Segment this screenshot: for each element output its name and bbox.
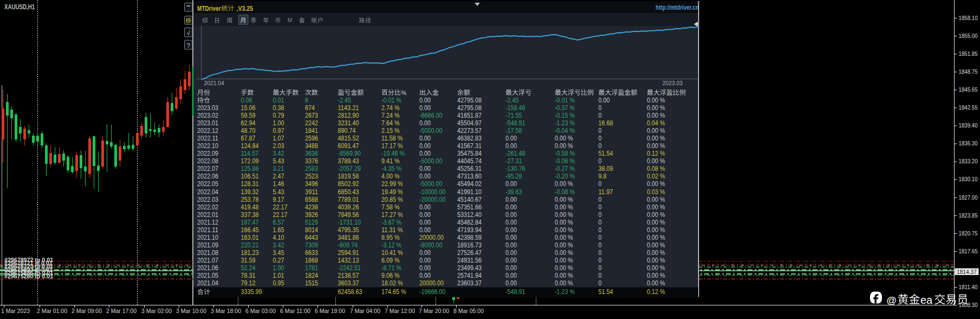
svg-text:0: 0 — [599, 279, 602, 287]
svg-text:0.00: 0.00 — [419, 257, 431, 264]
svg-text:7 Mar 20:00: 7 Mar 20:00 — [419, 308, 449, 314]
svg-text:-548.91: -548.91 — [505, 288, 525, 296]
svg-text:0.01: 0.01 — [273, 97, 284, 104]
svg-text:0.06: 0.06 — [241, 97, 252, 104]
svg-text:48.70: 48.70 — [241, 127, 256, 135]
svg-text:-5000.00: -5000.00 — [419, 180, 443, 188]
svg-text:2583: 2583 — [305, 165, 318, 173]
svg-text:2022.10: 2022.10 — [197, 142, 218, 150]
svg-text:3488: 3488 — [305, 142, 318, 150]
svg-text:0: 0 — [599, 104, 602, 112]
svg-text:42398.59: 42398.59 — [457, 234, 482, 241]
svg-text:0.00: 0.00 — [505, 196, 517, 203]
svg-text:http://mtdriver.cn: http://mtdriver.cn — [656, 4, 699, 11]
svg-text:-2242.51: -2242.51 — [338, 264, 361, 272]
svg-text:-6666.00: -6666.00 — [419, 112, 443, 119]
svg-text:7309: 7309 — [305, 241, 318, 249]
svg-text:#29675280 tp 0.01: #29675280 tp 0.01 — [4, 273, 54, 279]
svg-text:0: 0 — [599, 127, 602, 135]
svg-text:0.00 %: 0.00 % — [555, 272, 573, 279]
svg-text:-27.31: -27.31 — [505, 157, 522, 165]
svg-text:0.00: 0.00 — [419, 135, 431, 142]
svg-text:0: 0 — [599, 211, 602, 219]
svg-text:19.49 %: 19.49 % — [381, 188, 403, 196]
svg-text:337.38: 337.38 — [241, 211, 259, 219]
svg-text:2022.04: 2022.04 — [197, 188, 218, 196]
svg-text:-1.23 %: -1.23 % — [555, 288, 575, 296]
svg-text:-0.15 %: -0.15 % — [555, 112, 575, 119]
svg-text:0.00: 0.00 — [419, 173, 431, 180]
svg-text:-2.45: -2.45 — [338, 97, 352, 104]
svg-text:?: ? — [187, 42, 190, 49]
svg-text:0.00 %: 0.00 % — [647, 135, 665, 142]
svg-text:139.32: 139.32 — [241, 188, 259, 196]
svg-text:0.00 %: 0.00 % — [555, 257, 573, 264]
svg-text:0.00: 0.00 — [505, 234, 517, 241]
svg-text:2021.05: 2021.05 — [197, 272, 218, 279]
svg-text:1515: 1515 — [305, 279, 318, 287]
svg-text:38.09: 38.09 — [599, 165, 613, 173]
svg-text:9.8: 9.8 — [599, 173, 607, 180]
svg-text:18.02 %: 18.02 % — [381, 279, 403, 287]
svg-text:44045.74: 44045.74 — [457, 157, 482, 165]
svg-text:-609.74: -609.74 — [338, 241, 358, 249]
svg-text:0: 0 — [599, 226, 602, 234]
svg-text:1845.65: 1845.65 — [959, 86, 978, 93]
svg-text:5.43: 5.43 — [273, 157, 284, 165]
svg-text:-71.55: -71.55 — [505, 112, 522, 119]
svg-text:0.00 %: 0.00 % — [647, 157, 665, 165]
svg-text:6.57: 6.57 — [273, 219, 284, 226]
svg-text:1819.58: 1819.58 — [338, 173, 359, 180]
svg-text:0.04 %: 0.04 % — [647, 119, 665, 127]
svg-text:23603.37: 23603.37 — [457, 279, 482, 287]
svg-text:-548.91: -548.91 — [505, 119, 525, 127]
svg-text:1836.30: 1836.30 — [959, 140, 978, 146]
svg-text:1814.37: 1814.37 — [957, 269, 977, 275]
svg-text:0.08 %: 0.08 % — [647, 165, 665, 173]
svg-text:35475.84: 35475.84 — [457, 150, 482, 157]
svg-text:31.59: 31.59 — [241, 257, 256, 264]
svg-text:0: 0 — [599, 180, 602, 188]
svg-text:1781: 1781 — [305, 264, 318, 272]
svg-text:0.00: 0.00 — [419, 142, 431, 150]
svg-text:79.12: 79.12 — [241, 279, 256, 287]
svg-text:2022.09: 2022.09 — [197, 150, 218, 157]
svg-text:0.00: 0.00 — [505, 241, 517, 249]
svg-text:3911: 3911 — [305, 188, 318, 196]
svg-text:-5000.00: -5000.00 — [419, 127, 443, 135]
svg-text:0.00: 0.00 — [419, 211, 431, 219]
svg-text:45256.31: 45256.31 — [457, 165, 482, 173]
svg-text:-5000.00: -5000.00 — [419, 157, 443, 165]
svg-text:-8569.90: -8569.90 — [338, 150, 361, 157]
svg-text:62.94: 62.94 — [241, 119, 256, 127]
svg-text:2.74 %: 2.74 % — [381, 104, 400, 112]
svg-text:8 Mar 05:00: 8 Mar 05:00 — [453, 308, 484, 314]
svg-text:2021.11: 2021.11 — [197, 226, 218, 234]
svg-text:-4.35 %: -4.35 % — [381, 165, 401, 173]
svg-text:52.24: 52.24 — [241, 264, 256, 272]
svg-text:22.17: 22.17 — [273, 211, 288, 219]
svg-text:53312.40: 53312.40 — [457, 211, 482, 219]
svg-text:6 Mar 11:00: 6 Mar 11:00 — [280, 308, 310, 314]
svg-text:2 Mar 09:00: 2 Mar 09:00 — [72, 308, 102, 314]
svg-text:0.79: 0.79 — [273, 112, 284, 119]
svg-text:XAUUSD,H1: XAUUSD,H1 — [4, 3, 35, 11]
svg-text:3 Mar 18:00: 3 Mar 18:00 — [211, 308, 241, 314]
svg-text:6.09 %: 6.09 % — [381, 257, 400, 264]
svg-text:0.00: 0.00 — [505, 249, 517, 257]
svg-text:128.31: 128.31 — [241, 180, 259, 188]
svg-text:23499.43: 23499.43 — [457, 264, 482, 272]
svg-text:0.00: 0.00 — [419, 249, 431, 257]
svg-text:2 Mar 01:00: 2 Mar 01:00 — [37, 308, 67, 314]
svg-text:114.57: 114.57 — [241, 150, 259, 157]
svg-text:47193.94: 47193.94 — [457, 226, 482, 234]
svg-text:6091.47: 6091.47 — [338, 142, 359, 150]
svg-text:27526.47: 27526.47 — [457, 249, 482, 257]
svg-text:0.00: 0.00 — [505, 135, 517, 142]
svg-text:6 Mar 19:00: 6 Mar 19:00 — [315, 308, 345, 314]
svg-text:-1.23 %: -1.23 % — [555, 119, 575, 127]
svg-text:2023.03: 2023.03 — [663, 80, 683, 86]
svg-text:3603.37: 3603.37 — [338, 279, 359, 287]
svg-text:1841: 1841 — [305, 127, 318, 135]
svg-text:6588: 6588 — [305, 196, 318, 203]
